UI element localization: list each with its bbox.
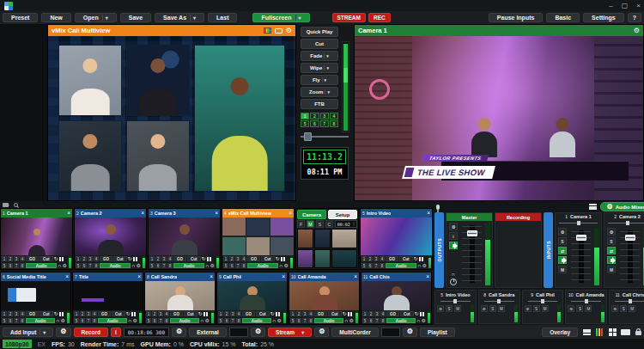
input-header[interactable]: 1 Camera 1 × [1,209,72,217]
stinger-number-cell[interactable]: 2 [310,113,319,119]
overlay-4-button[interactable]: 4 [20,311,25,316]
cut-button[interactable]: Cut [301,39,338,49]
gear-icon[interactable]: ⚙ [437,305,444,312]
overlay-6-button[interactable]: 6 [82,263,87,268]
transition-effect-button[interactable]: Zoom ▾ [301,87,338,97]
audio-button[interactable]: Audio [26,318,55,323]
mini-volume-slider[interactable] [615,299,644,304]
stinger-number-cell[interactable]: 4 [330,113,338,119]
lines-icon[interactable] [589,204,597,210]
stepper-arrows-icon[interactable]: ▴▾ [353,222,355,227]
overlay-7-button[interactable]: 7 [302,318,307,323]
input-header[interactable]: 11 Call Chis × [361,272,431,281]
participant-thumb[interactable] [297,229,313,248]
pause-icon[interactable] [419,257,423,261]
overlay-8-button[interactable]: 8 [167,263,173,268]
loop-icon[interactable]: ↻ [276,256,280,261]
audio-button[interactable]: Audio [170,318,199,323]
overlay-5-button[interactable]: 5 [223,263,228,268]
camera-icon[interactable] [3,203,9,207]
overlay-3-button[interactable]: 3 [235,256,240,261]
overlay-6-button[interactable]: 6 [8,318,13,323]
overlay-8-button[interactable]: 8 [20,318,25,323]
loop-icon[interactable]: ↻ [54,256,58,261]
close-button[interactable]: × [636,3,641,9]
overlay-2-button[interactable]: 2 [368,311,374,316]
input-panel[interactable]: 8 Call Sandra × 1 2 3 4 GO Cut ↻ 5 6 7 8… [144,272,216,325]
stinger-number-cell[interactable]: 5 [301,120,309,127]
go-button[interactable]: GO [314,311,327,316]
gear-icon[interactable]: ⚙ [611,305,618,312]
participant-thumb[interactable] [297,249,313,269]
fader-knob[interactable] [467,230,477,236]
chevron-down-icon[interactable]: ▾ [324,53,329,58]
close-icon[interactable]: × [137,274,141,279]
chevron-down-icon[interactable]: ▾ [322,77,327,83]
overlay-2-button[interactable]: 2 [80,311,85,316]
stinger-number-cell[interactable]: 6 [310,120,319,127]
record-button[interactable]: Record [74,328,108,337]
overlay-5-button[interactable]: 5 [2,318,7,323]
playlist-button[interactable]: Playlist [420,328,455,337]
headphones-icon[interactable]: ∩ [131,263,135,268]
overlay-6-button[interactable]: 6 [368,318,374,323]
overlay-1-button[interactable]: 1 [146,311,151,316]
mute-button[interactable]: M [558,266,567,273]
overlay-4-button[interactable]: 4 [92,311,97,316]
go-button[interactable]: GO [247,256,260,261]
overlay-6-button[interactable]: 6 [296,318,301,323]
speed-slider[interactable] [301,132,349,141]
loop-icon[interactable]: ↻ [415,311,419,316]
gear-icon[interactable]: ⚙ [634,28,640,34]
overlay-1-button[interactable]: 1 [74,311,79,316]
overlay-7-button[interactable]: 7 [374,318,380,323]
go-button[interactable]: GO [26,256,39,261]
overlay-1-button[interactable]: 1 [149,256,155,261]
mute-button[interactable]: M [542,305,549,312]
overlay-2-button[interactable]: 2 [296,311,301,316]
input-panel[interactable]: 3 Camera 3 × 1 2 3 4 GO Cut ↻ 5 6 7 8 Au… [148,208,221,270]
go-button[interactable]: GO [242,311,255,316]
input-thumbnail[interactable] [73,281,143,310]
headphones-icon[interactable]: ∩ [272,318,276,323]
overlay-7-button[interactable]: 7 [235,263,240,268]
headphones-icon[interactable]: ∩ [205,263,209,268]
overlay-6-button[interactable]: 6 [229,263,234,268]
transition-effect-button[interactable]: Fly ▾ [301,75,338,85]
camera-mode-button[interactable]: C [325,220,333,228]
pause-icon[interactable] [420,312,424,316]
go-button[interactable]: GO [100,256,112,261]
input-panel[interactable]: 10 Call Amanda × 1 2 3 4 GO Cut ↻ 5 6 7 … [289,272,360,325]
cut-button[interactable]: Cut [39,311,53,316]
toolbar-button[interactable]: Save As ▾ [155,13,204,22]
input-header[interactable]: 3 Camera 3 × [149,209,220,217]
gear-icon[interactable]: ⚙ [210,263,215,268]
quick-play-button[interactable]: Quick Play [301,27,338,37]
gear-icon[interactable]: ⚙ [525,305,532,312]
stinger-number-cell[interactable]: 8 [330,120,338,127]
headphones-icon[interactable]: ∩ [56,318,59,323]
headphones-icon[interactable]: ∩ [416,318,420,323]
overlay-4-button[interactable]: 4 [241,256,246,261]
solo-button[interactable]: S [620,305,627,312]
transition-tbar[interactable] [342,41,349,132]
input-header[interactable]: 8 Call Sandra × [145,272,215,281]
audio-button[interactable]: Audio [173,263,204,268]
overlay-8-button[interactable]: 8 [380,318,386,323]
input-panel[interactable]: 6 Social Media Title × 1 2 3 4 GO Cut ↻ … [0,272,71,325]
mini-volume-slider[interactable] [528,299,558,304]
inputs-tab[interactable]: INPUTS [544,212,553,288]
minimize-button[interactable]: – [609,3,612,9]
stinger-number-cell[interactable]: 3 [320,113,329,119]
headphones-icon[interactable]: ∩ [417,263,421,268]
overlay-8-button[interactable]: 8 [241,263,246,268]
help-button[interactable]: ? [628,13,641,22]
overlay-4-button[interactable]: 4 [164,311,169,316]
overlay-7-button[interactable]: 7 [374,263,379,268]
stream-button[interactable]: Stream ▾ [268,328,312,337]
overlay-1-button[interactable]: 1 [2,311,7,316]
cut-button[interactable]: Cut [400,311,414,316]
chevron-down-icon[interactable]: ▾ [190,15,196,21]
participant-thumb[interactable] [314,229,331,248]
overlay-3-button[interactable]: 3 [374,311,380,316]
